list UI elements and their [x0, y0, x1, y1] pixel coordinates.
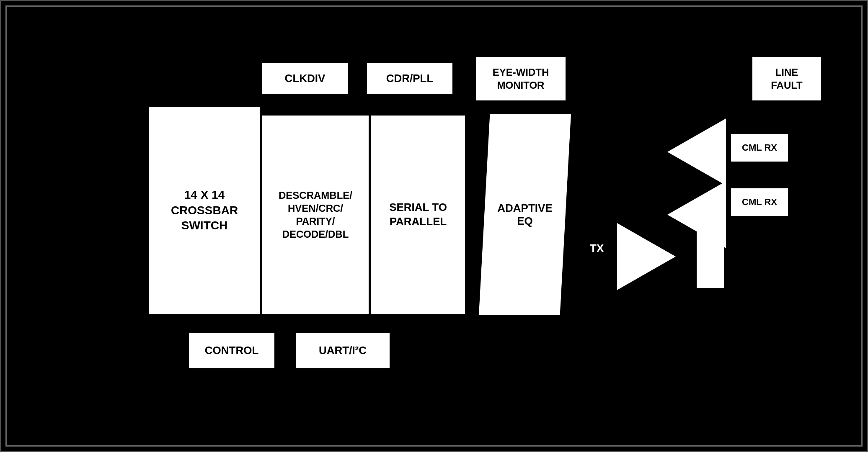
serial-to-parallel-block: SERIAL TOPARALLEL [370, 114, 466, 315]
uart-block: UART/I²C [294, 332, 391, 370]
eye-width-block: EYE-WIDTHMONITOR [475, 56, 567, 102]
line-fault-block: LINEFAULT [751, 56, 822, 102]
cdr-pll-block: CDR/PLL [366, 62, 454, 95]
tx-triangle [617, 223, 676, 290]
descramble-block: DESCRAMBLE/HVEN/CRC/PARITY/DECODE/DBL [261, 114, 370, 315]
adaptive-eq-block: ADAPTIVEEQ [479, 114, 571, 315]
rx1-triangle [667, 118, 726, 185]
crossbar-block: 14 X 14CROSSBARSWITCH [148, 106, 261, 315]
cml-rx2-label: CML RX [730, 187, 789, 217]
clkdiv-block: CLKDIV [261, 62, 349, 95]
cml-rx1-label: CML RX [730, 133, 789, 162]
tx-label: TX [590, 242, 604, 255]
tx-output-rect [697, 225, 724, 288]
main-canvas: CLKDIV CDR/PLL EYE-WIDTHMONITOR LINEFAUL… [0, 0, 868, 452]
control-block: CONTROL [188, 332, 276, 370]
